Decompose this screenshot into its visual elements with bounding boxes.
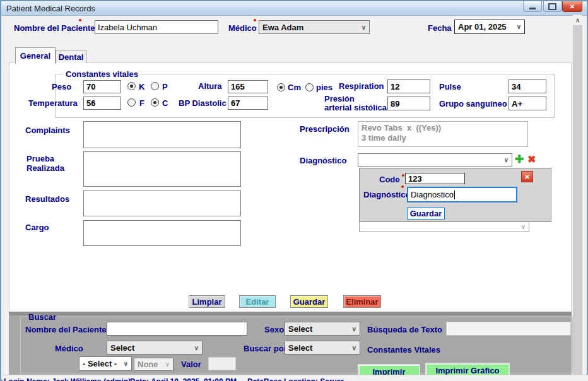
scroll-up-button[interactable]: ∧ [573, 15, 582, 25]
status-database: DataBase Location: Server [247, 377, 344, 381]
buscar-por-label: Buscar por [244, 344, 287, 353]
popup-diagnostico-value: Diagnostico [411, 190, 454, 199]
temperatura-unit-c-radio[interactable] [151, 98, 159, 107]
buscar-patient-name-input[interactable] [107, 322, 247, 336]
peso-unit-k-radio[interactable] [127, 82, 136, 90]
grupo-sanguineo-label: Grupo sanguíneo [439, 99, 507, 108]
altura-input[interactable] [228, 80, 268, 93]
buscar-por-selected-value: Select [288, 343, 312, 353]
window-title: Patient Medical Records [6, 4, 95, 13]
bp-diastolic-input[interactable] [228, 97, 268, 110]
maximize-button[interactable] [543, 1, 562, 12]
temperatura-input[interactable] [83, 97, 121, 110]
chevron-down-icon: ∨ [352, 325, 356, 332]
prescripcion-textarea[interactable]: Revo Tabs x ((Yes)) 3 time daily [358, 121, 528, 147]
medico-label: Médico [228, 23, 257, 33]
required-asterisk [254, 19, 256, 21]
buscar-patient-name-label: Nombre del Paciente [25, 325, 107, 334]
maximize-icon [548, 3, 556, 10]
close-icon: ✕ [524, 173, 529, 180]
eliminar-label: Eliminar [346, 297, 378, 307]
sexo-selected-value: Select [288, 324, 312, 334]
cargo-textarea[interactable] [83, 220, 241, 246]
buscar-por-dropdown[interactable]: Select ∨ [285, 341, 360, 355]
presion-sistolica-input[interactable] [387, 97, 430, 110]
chevron-down-icon: ∨ [352, 344, 356, 351]
vital-operator-dropdown[interactable]: None ∨ [134, 358, 173, 371]
valor-label: Valor [181, 360, 201, 369]
altura-unit-pies-radio[interactable] [305, 83, 314, 91]
editar-button[interactable]: Editar [239, 295, 276, 308]
peso-unit-p-label: P [162, 82, 168, 91]
busqueda-texto-input[interactable] [446, 322, 571, 336]
patient-medical-records-window: Patient Medical Records ✕ Nombre del Pac… [0, 0, 588, 381]
diagnostico-list-dropdown[interactable]: ∨ [359, 221, 529, 232]
limpiar-label: Limpiar [192, 297, 222, 307]
cargo-label: Cargo [25, 223, 49, 232]
sexo-dropdown[interactable]: Select ∨ [285, 322, 360, 336]
vital-field-dropdown[interactable]: - Select - ∨ [79, 356, 132, 371]
peso-input[interactable] [83, 80, 121, 93]
vital-field-selected-value: - Select - [83, 359, 117, 368]
chevron-down-icon: ∨ [521, 223, 526, 230]
tab-dental[interactable]: Dental [56, 50, 86, 63]
popup-diagnostico-label: Diagnóstico [363, 190, 410, 199]
guardar-button[interactable]: Guardar [290, 295, 328, 308]
peso-unit-p-radio[interactable] [151, 82, 159, 90]
buscar-medico-label: Médico [55, 344, 83, 353]
limpiar-button[interactable]: Limpiar [189, 295, 225, 308]
pulse-label: Pulse [439, 82, 461, 91]
complaints-label: Complaints [25, 126, 70, 135]
temperatura-label: Temperatura [28, 98, 78, 108]
guardar-label: Guardar [293, 297, 326, 307]
chevron-up-icon: ∧ [575, 17, 580, 23]
popup-diagnostico-input[interactable]: Diagnostico [407, 187, 517, 202]
valor-input[interactable] [208, 357, 236, 370]
delete-diagnosis-icon[interactable]: ✖ [527, 154, 536, 165]
fecha-value: Apr 01, 2025 [458, 22, 507, 32]
medico-dropdown[interactable]: Ewa Adam ∨ [259, 20, 370, 34]
temperatura-unit-f-radio[interactable] [127, 98, 136, 107]
tab-general[interactable]: General [15, 47, 56, 64]
complaints-textarea[interactable] [83, 121, 241, 148]
altura-unit-cm-radio[interactable] [277, 83, 285, 91]
text-cursor [454, 190, 455, 199]
patient-name-input[interactable] [95, 20, 218, 34]
code-label: Code [379, 175, 400, 184]
buscar-legend: Buscar [26, 312, 59, 322]
eliminar-button[interactable]: Eliminar [343, 295, 381, 308]
required-asterisk [401, 185, 404, 188]
altura-label: Altura [198, 81, 222, 91]
prueba-realizada-textarea[interactable] [83, 151, 241, 187]
status-bar: Login Name: Jack Williams (admin) Date: … [3, 375, 588, 381]
add-diagnosis-icon[interactable]: ✚ [515, 154, 524, 165]
pulse-input[interactable] [509, 79, 546, 93]
chevron-down-icon: ∨ [504, 156, 509, 163]
code-input[interactable] [405, 173, 465, 184]
vitals-legend: Constantes vitales [63, 69, 141, 79]
popup-guardar-button[interactable]: Guardar [407, 208, 445, 220]
add-diagnosis-popup: ✕ Code Diagnóstico Diagnostico Guardar [359, 168, 551, 222]
close-button[interactable]: ✕ [562, 1, 582, 12]
respiration-input[interactable] [387, 79, 430, 93]
chevron-down-icon: ∨ [165, 361, 170, 368]
presion-sistolica-label: Presión arterial sistólica [324, 95, 387, 112]
popup-guardar-label: Guardar [410, 209, 442, 218]
editar-label: Editar [246, 297, 269, 307]
popup-close-button[interactable]: ✕ [521, 171, 533, 182]
patient-name-label: Nombre del Paciente [14, 23, 95, 33]
vertical-scrollbar[interactable]: ∧ [573, 15, 582, 375]
buscar-medico-selected-value: Select [110, 343, 134, 353]
chevron-down-icon: ∨ [362, 24, 366, 31]
fecha-datepicker[interactable]: Apr 01, 2025 ∨ [454, 20, 525, 34]
diagnostico-dropdown[interactable]: ∨ [358, 153, 512, 167]
close-icon: ✕ [570, 3, 575, 10]
buscar-medico-dropdown[interactable]: Select ∨ [107, 341, 203, 355]
minimize-button[interactable] [523, 1, 542, 12]
resultados-textarea[interactable] [83, 190, 241, 216]
grupo-sanguineo-input[interactable] [509, 97, 546, 110]
peso-unit-k-label: K [139, 82, 144, 91]
respiration-label: Respiration [339, 81, 384, 91]
vital-operator-selected-value: None [138, 360, 158, 369]
busqueda-texto-label: Búsqueda de Texto [367, 325, 442, 334]
